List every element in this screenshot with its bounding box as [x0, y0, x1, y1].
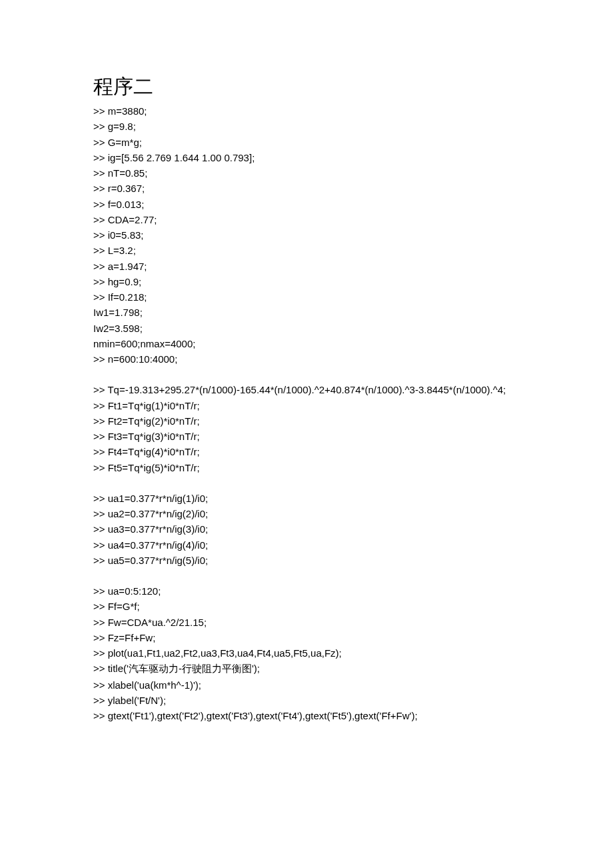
code-line: >> Fz=Ff+Fw;	[93, 630, 520, 645]
code-line: >> i0=5.83;	[93, 227, 520, 243]
code-line: >> Ft2=Tq*ig(2)*i0*nT/r;	[93, 413, 520, 429]
code-line: >> Ff=G*f;	[93, 599, 520, 614]
code-line: >> title('汽车驱动力-行驶阻力平衡图');	[93, 661, 520, 677]
code-line: >> Ft1=Tq*ig(1)*i0*nT/r;	[93, 398, 520, 413]
blank-line	[93, 475, 520, 491]
code-line: >> Tq=-19.313+295.27*(n/1000)-165.44*(n/…	[93, 382, 520, 397]
code-line: nmin=600;nmax=4000;	[93, 336, 520, 351]
code-block: >> m=3880;>> g=9.8;>> G=m*g;>> ig=[5.56 …	[93, 103, 520, 723]
code-line: >> plot(ua1,Ft1,ua2,Ft2,ua3,Ft3,ua4,Ft4,…	[93, 645, 520, 661]
code-line: >> CDA=2.77;	[93, 212, 520, 227]
blank-line	[93, 568, 520, 583]
code-line: >> ua1=0.377*r*n/ig(1)/i0;	[93, 491, 520, 506]
code-line: >> ig=[5.56 2.769 1.644 1.00 0.793];	[93, 150, 520, 165]
code-line: >> xlabel('ua(km*h^-1)');	[93, 677, 520, 693]
document-page: 程序二 >> m=3880;>> g=9.8;>> G=m*g;>> ig=[5…	[0, 0, 613, 763]
code-line: >> Ft5=Tq*ig(5)*i0*nT/r;	[93, 460, 520, 475]
code-line: >> n=600:10:4000;	[93, 351, 520, 367]
code-line: >> ylabel('Ft/N');	[93, 693, 520, 708]
code-line: >> ua=0:5:120;	[93, 583, 520, 599]
blank-line	[93, 367, 520, 382]
document-heading: 程序二	[93, 73, 520, 99]
code-line: >> hg=0.9;	[93, 274, 520, 289]
code-line: >> gtext('Ft1'),gtext('Ft2'),gtext('Ft3'…	[93, 708, 520, 723]
code-line: >> ua3=0.377*r*n/ig(3)/i0;	[93, 521, 520, 537]
code-line: >> a=1.947;	[93, 259, 520, 274]
code-line: >> Ft3=Tq*ig(3)*i0*nT/r;	[93, 429, 520, 444]
code-line: >> ua5=0.377*r*n/ig(5)/i0;	[93, 553, 520, 568]
code-line: >> L=3.2;	[93, 243, 520, 258]
code-line: Iw1=1.798;	[93, 305, 520, 320]
code-line: >> Ft4=Tq*ig(4)*i0*nT/r;	[93, 444, 520, 459]
code-line: >> f=0.013;	[93, 197, 520, 212]
code-line: >> m=3880;	[93, 103, 520, 119]
code-line: >> nT=0.85;	[93, 165, 520, 181]
code-line: >> ua4=0.377*r*n/ig(4)/i0;	[93, 537, 520, 553]
code-line: >> ua2=0.377*r*n/ig(2)/i0;	[93, 506, 520, 521]
code-line: >> r=0.367;	[93, 181, 520, 196]
code-line: >> g=9.8;	[93, 119, 520, 134]
code-line: >> If=0.218;	[93, 289, 520, 305]
code-line: >> G=m*g;	[93, 135, 520, 150]
code-line: >> Fw=CDA*ua.^2/21.15;	[93, 615, 520, 630]
code-line: Iw2=3.598;	[93, 321, 520, 336]
